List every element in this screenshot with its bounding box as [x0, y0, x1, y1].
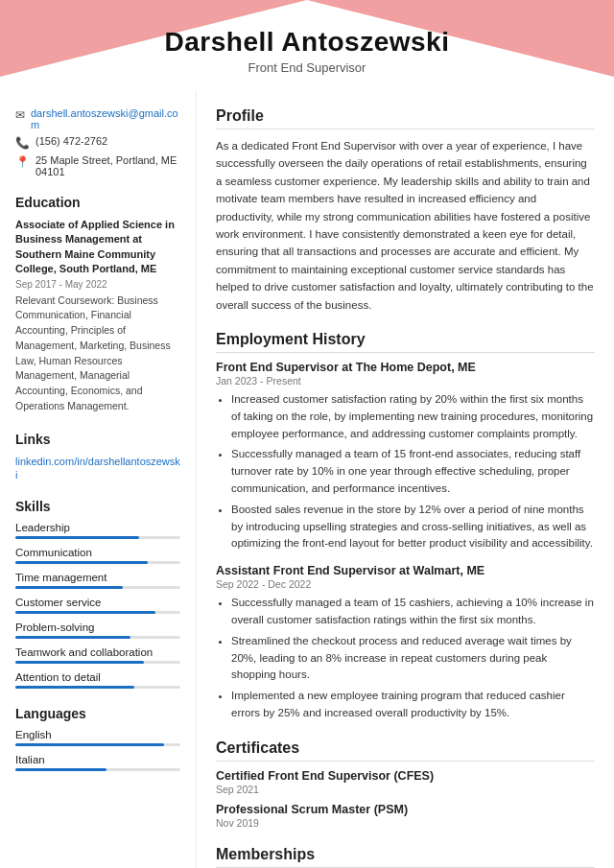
location-icon: 📍: [15, 155, 30, 169]
lang-label: English: [15, 729, 180, 740]
header: Darshell Antoszewski Front End Superviso…: [0, 0, 614, 90]
skills-list: Leadership Communication Time management…: [15, 522, 180, 689]
skill-bar-fill: [15, 686, 134, 689]
job-bullets: Increased customer satisfaction rating b…: [216, 391, 595, 552]
memberships-section: Memberships International Customer Servi…: [216, 846, 595, 868]
skill-label: Teamwork and collaboration: [15, 646, 180, 658]
skill-item: Leadership: [15, 522, 180, 539]
skill-label: Leadership: [15, 522, 180, 533]
links-title: Links: [15, 432, 180, 447]
job-bullet: Boosted sales revenue in the store by 12…: [231, 502, 595, 552]
languages-list: English Italian: [15, 729, 180, 771]
lang-label: Italian: [15, 754, 180, 765]
job-bullet: Streamlined the checkout process and red…: [231, 633, 595, 684]
skill-bar-fill: [15, 661, 144, 664]
job-title: Front End Supervisor: [19, 60, 595, 75]
skill-bar-bg: [15, 661, 180, 664]
edu-dates: Sep 2017 - May 2022: [15, 279, 180, 290]
certificates-section: Certificates Certified Front End Supervi…: [216, 739, 595, 829]
job-title: Assistant Front End Supervisor at Walmar…: [216, 564, 595, 577]
skill-item: Time management: [15, 572, 180, 589]
phone-icon: 📞: [15, 136, 30, 150]
skill-bar-fill: [15, 636, 130, 639]
skill-label: Time management: [15, 572, 180, 583]
edu-degree: Associate of Applied Science in Business…: [15, 218, 180, 277]
job-bullet: Increased customer satisfaction rating b…: [231, 391, 595, 442]
skill-bar-bg: [15, 586, 180, 589]
skill-label: Attention to detail: [15, 671, 180, 683]
skill-bar-fill: [15, 536, 139, 539]
lang-bar-fill: [15, 743, 164, 746]
phone-number: (156) 472-2762: [35, 135, 107, 147]
skill-item: Communication: [15, 547, 180, 564]
email-link[interactable]: darshell.antoszewski@gmail.com: [31, 107, 180, 130]
skill-bar-fill: [15, 586, 123, 589]
address-item: 📍 25 Maple Street, Portland, ME 04101: [15, 154, 180, 177]
skill-bar-bg: [15, 536, 180, 539]
cert-entry: Professional Scrum Master (PSM) Nov 2019: [216, 803, 595, 829]
certs-list: Certified Front End Supervisor (CFES) Se…: [216, 769, 595, 829]
profile-section: Profile As a dedicated Front End Supervi…: [216, 107, 595, 314]
skill-bar-bg: [15, 686, 180, 689]
skill-bar-bg: [15, 611, 180, 614]
job-title: Front End Supervisor at The Home Depot, …: [216, 361, 595, 374]
jobs-list: Front End Supervisor at The Home Depot, …: [216, 361, 595, 722]
job-bullets: Successfully managed a team of 15 cashie…: [216, 595, 595, 722]
cert-name: Professional Scrum Master (PSM): [216, 803, 595, 816]
sidebar: ✉ darshell.antoszewski@gmail.com 📞 (156)…: [0, 90, 197, 868]
skill-bar-fill: [15, 561, 148, 564]
main-content: Profile As a dedicated Front End Supervi…: [197, 90, 614, 868]
skill-bar-bg: [15, 561, 180, 564]
skill-bar-bg: [15, 636, 180, 639]
cert-name: Certified Front End Supervisor (CFES): [216, 769, 595, 783]
education-title: Education: [15, 195, 180, 210]
memberships-title: Memberships: [216, 846, 595, 868]
skills-section: Skills Leadership Communication Time man…: [15, 499, 180, 689]
employment-section: Employment History Front End Supervisor …: [216, 331, 595, 722]
cert-date: Nov 2019: [216, 817, 595, 829]
job-dates: Sep 2022 - Dec 2022: [216, 578, 595, 590]
languages-title: Languages: [15, 706, 180, 721]
cert-entry: Certified Front End Supervisor (CFES) Se…: [216, 769, 595, 795]
edu-courses: Relevant Coursework: Business Communicat…: [15, 293, 180, 414]
job-bullet: Implemented a new employee training prog…: [231, 688, 595, 722]
language-item: English: [15, 729, 180, 746]
address-text: 25 Maple Street, Portland, ME 04101: [35, 154, 180, 177]
skill-bar-fill: [15, 611, 155, 614]
profile-text: As a dedicated Front End Supervisor with…: [216, 137, 595, 314]
lang-bar-bg: [15, 743, 180, 746]
skill-item: Customer service: [15, 597, 180, 614]
cert-date: Sep 2021: [216, 784, 595, 795]
skills-title: Skills: [15, 499, 180, 514]
skill-label: Customer service: [15, 597, 180, 608]
full-name: Darshell Antoszewski: [19, 27, 595, 58]
education-section: Education Associate of Applied Science i…: [15, 195, 180, 414]
links-section: Links linkedin.com/in/darshellantoszewsk…: [15, 432, 180, 481]
skill-label: Problem-solving: [15, 622, 180, 633]
job-dates: Jan 2023 - Present: [216, 375, 595, 387]
skill-item: Attention to detail: [15, 671, 180, 689]
languages-section: Languages English Italian: [15, 706, 180, 771]
job-bullet: Successfully managed a team of 15 cashie…: [231, 595, 595, 629]
contact-section: ✉ darshell.antoszewski@gmail.com 📞 (156)…: [15, 107, 180, 177]
lang-bar-fill: [15, 768, 106, 771]
phone-item: 📞 (156) 472-2762: [15, 135, 180, 150]
email-icon: ✉: [15, 108, 25, 122]
skill-item: Teamwork and collaboration: [15, 646, 180, 664]
job-entry: Front End Supervisor at The Home Depot, …: [216, 361, 595, 552]
skill-label: Communication: [15, 547, 180, 558]
employment-title: Employment History: [216, 331, 595, 353]
language-item: Italian: [15, 754, 180, 771]
linkedin-link[interactable]: linkedin.com/in/darshellantoszewski: [15, 456, 180, 481]
skill-item: Problem-solving: [15, 622, 180, 639]
profile-title: Profile: [216, 107, 595, 129]
job-bullet: Successfully managed a team of 15 front-…: [231, 446, 595, 497]
lang-bar-bg: [15, 768, 180, 771]
email-item: ✉ darshell.antoszewski@gmail.com: [15, 107, 180, 130]
certificates-title: Certificates: [216, 739, 595, 762]
job-entry: Assistant Front End Supervisor at Walmar…: [216, 564, 595, 722]
